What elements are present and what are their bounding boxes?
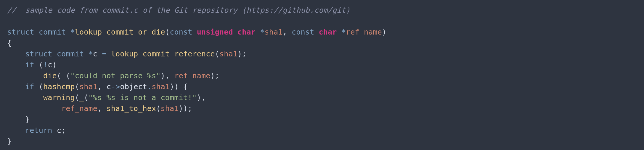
code-block: // sample code from commit.c of the Git … [0,0,644,150]
code-line-11: } [7,115,30,124]
code-line-9: warning(_("%s %s is not a commit!"), [7,93,206,102]
code-line-8: if (hashcmp(sha1, c->object.sha1)) { [7,82,188,91]
code-line-3: struct commit *lookup_commit_or_die(cons… [7,28,386,36]
code-line-13: } [7,137,12,146]
code-line-10: ref_name, sha1_to_hex(sha1)); [7,104,192,113]
code-line-5: struct commit *c = lookup_commit_referen… [7,50,246,58]
code-line-6: if (!c) [7,61,57,69]
code-line-12: return c; [7,126,66,135]
code-line-4: { [7,39,12,47]
code-comment: // sample code from commit.c of the Git … [7,6,350,14]
code-line-7: die(_("could not parse %s"), ref_name); [7,71,219,80]
